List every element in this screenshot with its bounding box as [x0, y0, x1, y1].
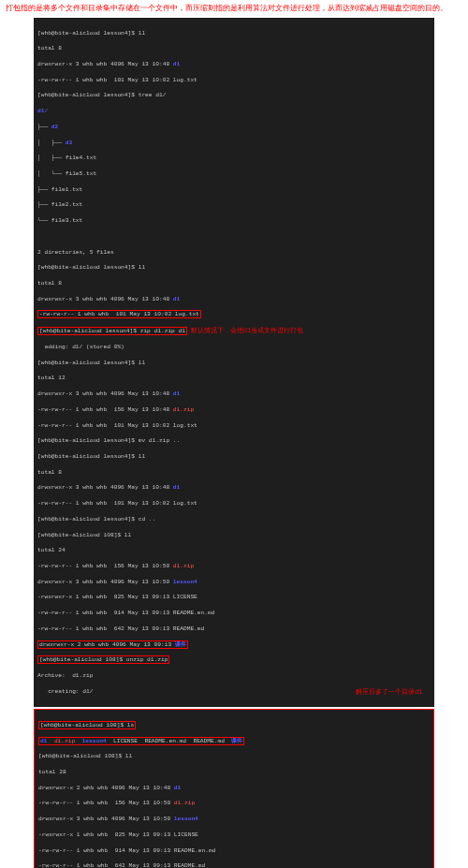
terminal-block-2: [whb@bite-alicloud 108]$ ls d1 d1.zip le… — [34, 709, 434, 868]
annotation-2: 解压后多了一个目录d1 — [356, 688, 422, 696]
terminal-block-1: [whb@bite-alicloud lesson4]$ ll total 8 … — [34, 18, 434, 707]
annotation-1: 默认情况下，会把d1当成文件进行打包 — [191, 327, 303, 334]
top-description: 打包指的是将多个文件和目录集中存储在一个文件中，而压缩则指的是利用算法对文件进行… — [0, 0, 468, 16]
